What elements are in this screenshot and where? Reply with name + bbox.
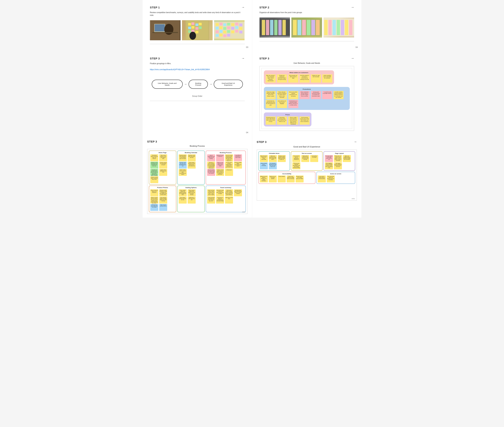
svg-rect-48 xyxy=(270,20,273,35)
pl-sticky-2: Promo note: too could be more visible, s… xyxy=(334,155,342,162)
bc-sticky-2: Calendar can be quite informative and ea… xyxy=(188,154,196,161)
cluster-promotions: Promotions Read the image website situat… xyxy=(264,87,350,110)
svg-rect-29 xyxy=(223,27,226,30)
bp-sticky-3: Learn the boring elements while booking … xyxy=(225,154,233,161)
step2-photo-1 xyxy=(259,17,290,38)
user-behavior-miro-board: What matters to customers After the sess… xyxy=(259,66,354,131)
svg-rect-56 xyxy=(307,20,310,35)
text-on-screen-title: Text on screen xyxy=(292,152,321,154)
pl-sticky-5: Side logged amount should be on the this… xyxy=(334,162,342,169)
step3-left-link[interactable]: https://miro.com/app/board/uXjVPYkErL8=/… xyxy=(150,69,245,70)
svg-rect-42 xyxy=(219,34,223,36)
booking-process-section: Booking Process easy to understand to go… xyxy=(206,151,246,185)
svg-rect-11 xyxy=(188,27,191,29)
svg-rect-47 xyxy=(266,20,269,35)
svg-rect-21 xyxy=(219,23,223,25)
travel-summary-title: Travel summary xyxy=(207,187,245,188)
step3-goodbad-title: STEP 3 xyxy=(257,140,267,144)
miro-logo: miro xyxy=(242,211,245,213)
sticky-p7: possible loading accommodations helping … xyxy=(333,91,343,99)
svg-rect-30 xyxy=(227,26,230,29)
ac-sticky-2: Flight icons are not clearly labelled xyxy=(269,175,277,183)
group-order-label: Group Order xyxy=(150,95,245,97)
svg-rect-9 xyxy=(195,23,198,26)
flow-arrow-2: → xyxy=(209,83,212,86)
flow-arrow-1: → xyxy=(184,83,187,86)
bp-sticky-8: Showing multiple pages. Discovering that… xyxy=(234,162,242,168)
svg-rect-39 xyxy=(235,30,238,32)
svg-rect-15 xyxy=(188,30,191,33)
svg-rect-14 xyxy=(199,26,202,29)
step2-description: Organize all observations from the post … xyxy=(259,11,354,14)
svg-rect-31 xyxy=(231,27,234,30)
svg-rect-46 xyxy=(262,20,265,35)
so-sticky-4: Flight times a clear map clear size xyxy=(188,197,196,204)
ci-sticky-4: Hiding clickable ads on homepage xyxy=(260,162,268,169)
svg-rect-38 xyxy=(231,30,234,33)
ci-sticky-3: Clicking a usual problem related things … xyxy=(278,155,286,162)
home-page-section: Home Page Promotional banner should be c… xyxy=(149,151,176,185)
clickable-items-section: Clickable Items Make interactive things … xyxy=(258,151,290,171)
booking-process-title: Booking Process xyxy=(147,145,248,147)
icons-on-screen-title: Icons on screen xyxy=(318,173,354,175)
pl-sticky-3: Make sure multiple options should be vis… xyxy=(343,155,351,162)
ac-sticky-3: Clearly labelled xyxy=(278,175,286,183)
step3-left-divider xyxy=(150,101,245,101)
svg-rect-24 xyxy=(231,23,234,26)
bp-sticky-6: Option for app and from Q4 making good r… xyxy=(216,162,224,168)
svg-rect-26 xyxy=(239,23,242,26)
step3-booking-header: STEP 3 xyxy=(147,140,248,143)
ts-sticky-6: Summaries to finding out remaining new i… xyxy=(216,197,224,204)
step2-header: STEP 2 → xyxy=(259,6,354,9)
pl-sticky-1: Too many options on the page make it har… xyxy=(325,155,333,162)
bc-sticky-4: Easily loaded features to more advanced … xyxy=(188,162,196,168)
cluster-prices: Prices Showing prices to share with frie… xyxy=(264,113,311,126)
svg-rect-34 xyxy=(216,30,219,33)
svg-rect-65 xyxy=(345,20,348,35)
mid-row: STEP 3 → Finalize groupings in Miro. htt… xyxy=(143,51,361,136)
svg-rect-35 xyxy=(219,30,223,33)
ci-sticky-1: Make interactive things to be clearly in… xyxy=(260,155,268,162)
page-container: STEP 1 → Review competitive benchmarks, … xyxy=(143,0,361,218)
svg-rect-17 xyxy=(195,31,198,33)
sticky-3: Most people are able to book a flight xyxy=(288,74,298,83)
svg-rect-2 xyxy=(155,24,165,31)
ios-sticky-1: Icons need a context about a concept qui… xyxy=(318,175,326,183)
step3-right-title: STEP 3 xyxy=(259,57,269,60)
bp-sticky-9: Have the option for checkout and from Q4… xyxy=(207,169,215,176)
step3-left-header: STEP 3 → xyxy=(150,56,245,60)
step1-page-number: 03 xyxy=(246,46,248,48)
ts-sticky-2: Information about on what you book, Some… xyxy=(216,189,224,196)
ac-sticky-5: Pictures for both user setting words are… xyxy=(295,175,304,183)
step3-left-page-number: 04 xyxy=(246,131,248,134)
tos-sticky-2: Flight options should be easy and clear … xyxy=(301,155,309,162)
node-booking-process: Booking Process xyxy=(188,80,208,89)
pp-sticky-2: Showing number of photos to make it read… xyxy=(159,189,167,196)
sticky-p6: "I avoid the ads on google search" xyxy=(322,91,332,99)
ac-sticky-4: Clear to see options for Flight times on… xyxy=(287,175,295,183)
sticky-2: People are looking for affordable flight… xyxy=(277,74,287,83)
tos-sticky-1: Text should be clear on appropriate back… xyxy=(292,155,300,162)
bc-sticky-3: Calendar works fine ways and straightfor… xyxy=(179,162,187,168)
booking-miro-board: Home Page Promotional banner should be c… xyxy=(147,149,248,214)
svg-rect-25 xyxy=(235,23,238,25)
sticky-pr3: Show a really extra features across the … xyxy=(288,116,298,125)
svg-rect-40 xyxy=(239,31,242,34)
hp-sticky-6: calendar offers additional some hints xyxy=(159,169,167,176)
svg-rect-22 xyxy=(223,23,226,26)
svg-rect-62 xyxy=(333,20,336,35)
step2-photos xyxy=(259,17,354,38)
svg-point-18 xyxy=(189,32,196,40)
step3-right-panel: STEP 3 → User Behavior, Goals and Needs … xyxy=(252,51,362,136)
tos-sticky-4: We also need important information to th… xyxy=(292,162,300,169)
svg-rect-10 xyxy=(199,23,202,25)
hp-sticky-3: selection on the homepage and should be … xyxy=(150,162,158,168)
node-user-behavior: User Behavior, Goals and Needs xyxy=(152,80,183,89)
svg-rect-60 xyxy=(324,20,327,35)
bottom-row: STEP 3 Booking Process Home Page Promoti… xyxy=(143,136,361,218)
sticky-6: make travelling more enjoyable for every… xyxy=(322,74,332,83)
good-bad-miro-logo: miro xyxy=(352,198,355,199)
ts-sticky-3: Rules points makes it easier for you: se… xyxy=(225,189,233,196)
step2-title: STEP 2 xyxy=(259,6,269,9)
ci-sticky-5: For interactive elements for both user a… xyxy=(269,162,277,169)
